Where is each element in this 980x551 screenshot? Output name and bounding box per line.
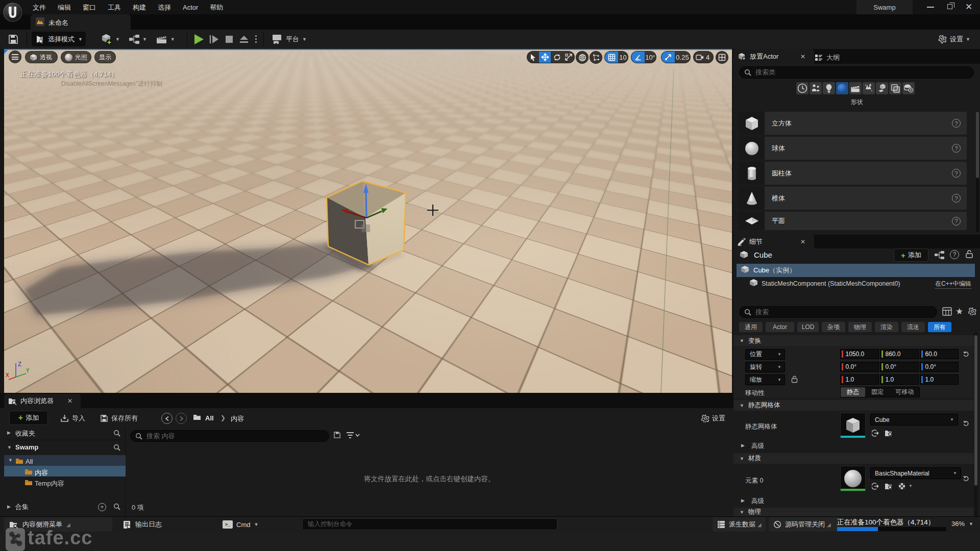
svg-text:Y: Y (26, 368, 30, 373)
svg-text:X: X (6, 372, 9, 378)
svg-text:Z: Z (18, 361, 21, 368)
